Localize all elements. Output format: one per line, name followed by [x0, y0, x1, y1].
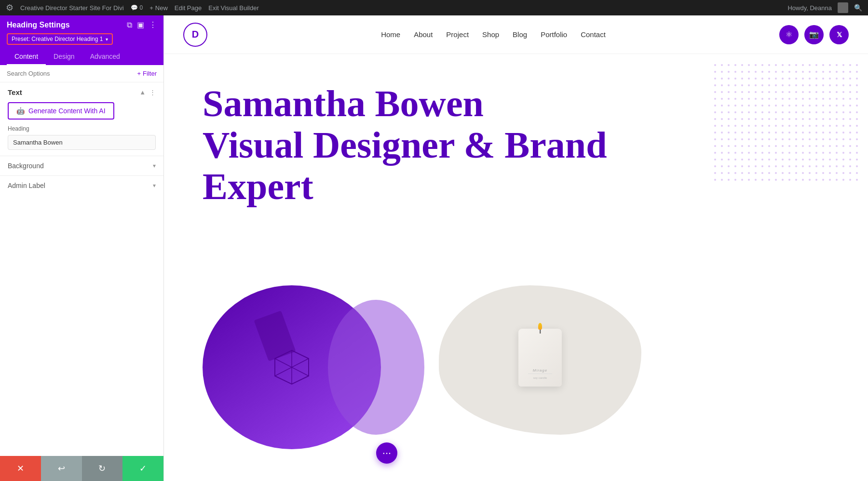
nav-portfolio[interactable]: Portfolio [541, 30, 567, 39]
duplicate-icon[interactable]: ⧉ [127, 21, 132, 29]
layout-icon[interactable]: ▣ [137, 20, 144, 29]
howdy-text: Howdy, Deanna [787, 4, 832, 12]
background-title: Background [8, 162, 44, 170]
nav-contact[interactable]: Contact [581, 30, 606, 39]
search-icon[interactable]: 🔍 [854, 4, 862, 12]
dots-decoration [714, 64, 858, 186]
candle-blob: Mirage soy candle [439, 285, 641, 435]
hero-line1: Samantha Bowen [203, 82, 484, 124]
portfolio-section: Mirage soy candle ··· [164, 285, 868, 468]
site-navigation: D Home About Project Shop Blog Portfolio… [164, 15, 868, 54]
settings-panel: Heading Settings ⧉ ▣ ⋮ Preset: Creative … [0, 15, 164, 481]
bottom-action-bar: ✕ ↩ ↻ ✓ [0, 456, 163, 481]
wp-logo-icon[interactable]: ⚙ [6, 2, 14, 13]
candle-divider [528, 374, 552, 374]
new-link[interactable]: + New [149, 4, 168, 12]
ai-icon: 🤖 [16, 107, 25, 115]
redo-button[interactable]: ↻ [82, 456, 123, 481]
search-input[interactable] [7, 70, 134, 77]
nav-about[interactable]: About [414, 30, 433, 39]
plus-icon: + [137, 70, 141, 77]
hero-section: Samantha Bowen Visual Designer & Brand E… [164, 54, 868, 285]
collapse-icon[interactable]: ▲ [139, 89, 146, 96]
preset-selector[interactable]: Preset: Creative Director Heading 1 ▾ [7, 33, 113, 45]
panel-tabs: Content Design Advanced [0, 49, 163, 65]
undo-button[interactable]: ↩ [41, 456, 82, 481]
nav-social: ⚛ 📷 𝕏 [779, 25, 849, 44]
avatar [838, 2, 848, 13]
panel-content: Text ▲ ⋮ 🤖 Generate Content With AI Head… [0, 82, 163, 456]
social-instagram-button[interactable]: 📷 [804, 25, 824, 44]
heading-label: Heading [8, 125, 156, 132]
nav-blog[interactable]: Blog [513, 30, 527, 39]
hero-line2: Visual Designer & Brand [203, 124, 607, 166]
background-section[interactable]: Background ▾ [0, 156, 163, 175]
cancel-button[interactable]: ✕ [0, 456, 41, 481]
edit-page-link[interactable]: Edit Page [175, 4, 202, 12]
portfolio-blob-light [328, 300, 424, 435]
candle-wick [540, 330, 541, 334]
panel-header: Heading Settings ⧉ ▣ ⋮ [0, 15, 163, 33]
chevron-down-icon: ▾ [106, 37, 108, 42]
more-icon[interactable]: ⋮ [149, 20, 157, 29]
search-bar: + Filter [0, 65, 163, 82]
preset-bar: Preset: Creative Director Heading 1 ▾ [0, 33, 163, 49]
exit-builder-link[interactable]: Exit Visual Builder [208, 4, 259, 12]
portfolio-item-purple [203, 285, 424, 449]
canvas: D Home About Project Shop Blog Portfolio… [164, 15, 868, 481]
tab-content[interactable]: Content [7, 49, 46, 65]
admin-label-chevron-icon: ▾ [153, 182, 156, 189]
tab-design[interactable]: Design [46, 49, 82, 65]
admin-bar: ⚙ Creative Director Starter Site For Div… [0, 0, 868, 15]
text-section-title: Text [8, 88, 22, 96]
svg-rect-1 [714, 64, 858, 184]
nav-project[interactable]: Project [446, 30, 469, 39]
section-more-icon[interactable]: ⋮ [149, 89, 156, 96]
nav-home[interactable]: Home [381, 30, 400, 39]
hero-line3: Expert [203, 165, 313, 207]
panel-title: Heading Settings [7, 21, 70, 29]
social-twitter-button[interactable]: 𝕏 [829, 25, 849, 44]
ai-button-label: Generate Content With AI [28, 107, 106, 115]
portfolio-item-candle: Mirage soy candle [439, 285, 646, 440]
preset-label: Preset: Creative Director Heading 1 [12, 36, 103, 42]
hex-icon [272, 348, 311, 387]
background-chevron-icon: ▾ [153, 162, 156, 169]
tab-advanced[interactable]: Advanced [82, 49, 128, 65]
candle-brand-text: Mirage [533, 368, 547, 373]
admin-label-title: Admin Label [8, 182, 45, 189]
candle-body: Mirage soy candle [518, 329, 562, 387]
hero-heading: Samantha Bowen Visual Designer & Brand E… [203, 83, 612, 207]
site-name[interactable]: Creative Director Starter Site For Divi [20, 4, 124, 12]
filter-button[interactable]: + Filter [137, 70, 157, 77]
floating-action-button[interactable]: ··· [376, 442, 397, 464]
nav-shop[interactable]: Shop [482, 30, 499, 39]
site-logo[interactable]: D [183, 23, 207, 47]
admin-label-section[interactable]: Admin Label ▾ [0, 175, 163, 195]
heading-input[interactable] [8, 135, 156, 150]
candle-description: soy candle [533, 376, 547, 380]
save-button[interactable]: ✓ [122, 456, 163, 481]
social-dribble-button[interactable]: ⚛ [779, 25, 799, 44]
heading-field-group: Heading [0, 125, 163, 156]
candle-jar: Mirage soy candle [518, 329, 562, 391]
ai-generate-button[interactable]: 🤖 Generate Content With AI [8, 102, 114, 120]
nav-links: Home About Project Shop Blog Portfolio C… [381, 30, 606, 39]
comment-bubble[interactable]: 💬 0 [131, 4, 143, 11]
candle-flame-icon [538, 323, 542, 330]
text-section-header[interactable]: Text ▲ ⋮ [0, 82, 163, 100]
